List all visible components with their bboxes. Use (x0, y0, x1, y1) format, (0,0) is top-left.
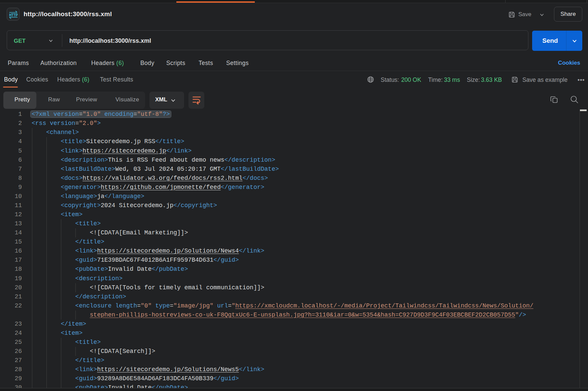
svg-text:HTTP: HTTP (9, 12, 18, 18)
